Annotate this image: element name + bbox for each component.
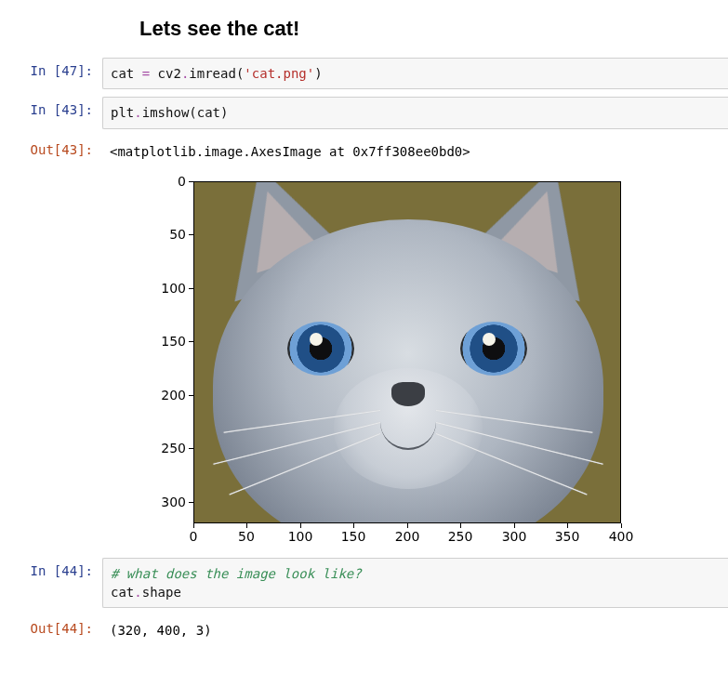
ytick-label: 300: [149, 495, 186, 509]
code-token: plt: [111, 105, 134, 120]
axes-frame: [193, 181, 621, 523]
xtick-label: 50: [238, 529, 255, 544]
cell-in-47: In [47]: cat = cv2.imread('cat.png'): [0, 58, 728, 89]
ytick-label: 250: [149, 441, 186, 456]
code-token: ): [220, 105, 228, 120]
plot-output: 0 50 100 150 200 250 300 0 50 100 150 20…: [112, 174, 669, 550]
cat-image-icon: [194, 182, 620, 522]
code-input[interactable]: cat = cv2.imread('cat.png'): [102, 58, 728, 89]
ytick-label: 200: [149, 388, 186, 403]
code-token: .: [134, 585, 141, 600]
xtick-label: 400: [609, 529, 634, 544]
code-token: cat: [111, 585, 134, 600]
code-input[interactable]: # what does the image look like? cat.sha…: [102, 558, 728, 609]
in-prompt: In [44]:: [0, 558, 102, 578]
ytick-label: 150: [149, 334, 186, 349]
code-token: imshow: [142, 105, 190, 120]
xtick-label: 300: [502, 529, 527, 544]
output-text: (320, 400, 3): [102, 615, 728, 645]
output-text: <matplotlib.image.AxesImage at 0x7ff308e…: [102, 137, 728, 166]
xtick-label: 250: [448, 529, 473, 544]
code-token: =: [134, 66, 157, 81]
code-token: # what does the image look like?: [111, 566, 362, 581]
ytick-label: 0: [149, 174, 186, 189]
xtick-label: 200: [395, 529, 420, 544]
code-token: .: [134, 105, 141, 120]
code-token: 'cat.png': [244, 66, 314, 81]
code-token: imread: [189, 66, 236, 81]
out-prompt: Out[44]:: [0, 615, 102, 636]
cell-in-43: In [43]: plt.imshow(cat): [0, 97, 728, 128]
xtick-label: 350: [555, 529, 580, 544]
ytick-label: 50: [149, 227, 186, 242]
in-prompt: In [43]:: [0, 97, 102, 117]
xtick-label: 0: [190, 529, 198, 544]
code-token: cv2: [158, 66, 181, 81]
code-token: cat: [111, 66, 134, 81]
code-token: ): [314, 66, 322, 81]
notebook: Lets see the cat! In [47]: cat = cv2.imr…: [0, 17, 728, 646]
xtick-label: 150: [341, 529, 366, 544]
cell-out-44: Out[44]: (320, 400, 3): [0, 615, 728, 645]
cell-in-44: In [44]: # what does the image look like…: [0, 558, 728, 609]
markdown-heading: Lets see the cat!: [139, 17, 728, 41]
cell-out-43: Out[43]: <matplotlib.image.AxesImage at …: [0, 137, 728, 166]
code-token: cat: [197, 105, 220, 120]
code-token: shape: [142, 585, 181, 600]
plot-axes: 0 50 100 150 200 250 300 0 50 100 150 20…: [149, 174, 669, 550]
in-prompt: In [47]:: [0, 58, 102, 78]
xtick-label: 100: [288, 529, 313, 544]
out-prompt: Out[43]:: [0, 137, 102, 157]
code-token: (: [189, 105, 196, 120]
ytick-label: 100: [149, 281, 186, 296]
code-input[interactable]: plt.imshow(cat): [102, 97, 728, 128]
